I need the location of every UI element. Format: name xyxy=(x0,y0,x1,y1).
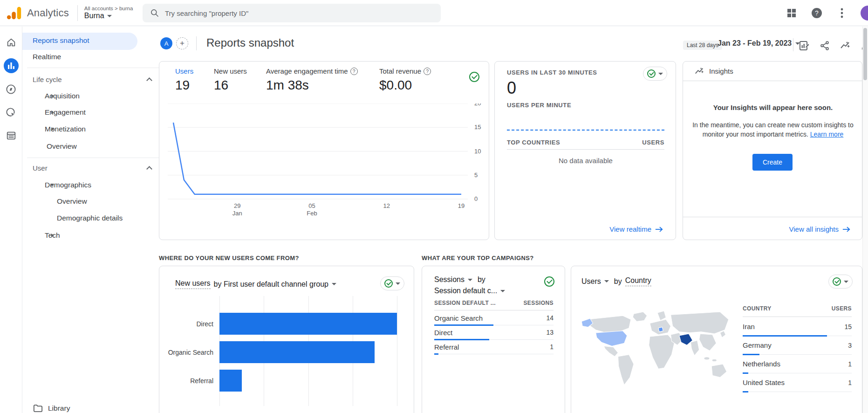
country-card-title[interactable]: Users by Country xyxy=(581,276,651,286)
metric-tab-avg-engagement[interactable]: Average engagement time? 1m 38s xyxy=(266,67,358,93)
view-all-insights-link[interactable]: View all insights xyxy=(789,225,851,233)
empty-minute-bars xyxy=(507,130,664,131)
home-icon[interactable] xyxy=(4,35,19,50)
help-tooltip-icon[interactable]: ? xyxy=(350,68,358,75)
analytics-logo[interactable]: Analytics xyxy=(0,5,69,21)
left-rail xyxy=(0,27,22,413)
chevron-down-icon xyxy=(396,282,400,285)
metric-tab-new-users[interactable]: New users16 xyxy=(214,67,247,93)
check-icon xyxy=(647,69,656,78)
country-quality-badge[interactable] xyxy=(828,275,853,289)
table-row: Referral1 xyxy=(434,340,554,354)
top-countries-label: TOP COUNTRIES xyxy=(507,139,560,146)
folder-icon xyxy=(34,405,42,412)
users-trend-line-chart: 0510152029Jan05Feb1219 xyxy=(164,103,485,220)
help-icon[interactable]: ? xyxy=(810,7,823,20)
insights-sparkle-icon xyxy=(694,66,704,76)
explore-icon[interactable] xyxy=(4,82,19,96)
chevron-down-icon xyxy=(658,73,663,75)
create-insight-button[interactable]: Create xyxy=(752,154,793,171)
user-avatar[interactable] xyxy=(861,6,868,21)
account-switcher[interactable]: All accounts > burna Burna xyxy=(84,6,133,21)
insights-sparkle-icon[interactable] xyxy=(839,39,852,52)
svg-text:19: 19 xyxy=(458,202,465,209)
share-icon[interactable] xyxy=(818,39,831,52)
chevron-down-icon xyxy=(332,283,336,285)
scrollbar-thumb[interactable] xyxy=(863,28,867,80)
product-name: Analytics xyxy=(27,7,69,19)
metric-tab-users[interactable]: Users19 xyxy=(175,67,193,93)
sidebar-item-acquisition[interactable]: Acquisition xyxy=(22,88,157,104)
bar-direct xyxy=(219,313,397,335)
sessions-dimension-selector[interactable]: Session default c... xyxy=(434,287,505,295)
sidebar-item-demographic-details[interactable]: Demographic details xyxy=(22,210,157,227)
sidebar-item-overview[interactable]: Overview xyxy=(22,138,157,155)
row-value: 1 xyxy=(550,343,554,351)
advertising-icon[interactable] xyxy=(4,105,19,120)
admin-icon[interactable] xyxy=(4,128,19,143)
search-input[interactable]: Try searching "property ID" xyxy=(143,4,441,22)
customize-report-icon[interactable] xyxy=(798,39,811,52)
svg-text:05: 05 xyxy=(308,202,315,209)
table-row: Iran15 xyxy=(743,317,852,336)
nav-divider xyxy=(27,158,163,158)
add-report-button[interactable]: + xyxy=(176,37,188,49)
sidebar-item-library[interactable]: Library xyxy=(22,400,157,413)
svg-text:?: ? xyxy=(815,9,819,17)
header-divider xyxy=(196,36,197,50)
collapse-arrow-icon xyxy=(50,184,54,186)
bar-organic-search xyxy=(219,341,375,363)
row-value: 3 xyxy=(848,342,852,349)
channels-card-title[interactable]: New users by First user default channel … xyxy=(175,279,336,289)
vertical-scrollbar[interactable] xyxy=(862,27,868,413)
page-title: Reports snapshot xyxy=(206,36,294,49)
svg-text:0: 0 xyxy=(474,195,478,202)
insights-header: Insights xyxy=(709,67,733,75)
svg-text:Jan: Jan xyxy=(232,210,242,217)
check-icon xyxy=(833,277,841,286)
sidebar-item-tech[interactable]: Tech xyxy=(22,227,157,244)
sidebar-item-engagement[interactable]: Engagement xyxy=(22,104,157,121)
kebab-menu-icon[interactable] xyxy=(835,7,848,20)
no-data-message: No data available xyxy=(507,157,664,165)
chevron-up-icon xyxy=(146,77,152,83)
data-quality-check-icon[interactable] xyxy=(544,276,554,287)
expand-arrow-icon xyxy=(51,94,54,98)
row-value: 14 xyxy=(546,314,554,322)
nav-section-life-cycle[interactable]: Life cycle xyxy=(22,71,157,88)
svg-text:12: 12 xyxy=(383,202,390,209)
reports-icon[interactable] xyxy=(4,58,19,73)
chevron-down-icon xyxy=(844,281,848,283)
learn-more-link[interactable]: Learn more xyxy=(810,131,844,138)
date-range-picker[interactable]: Jan 23 - Feb 19, 2023 xyxy=(718,39,800,48)
help-tooltip-icon[interactable]: ? xyxy=(424,68,431,75)
chevron-up-icon xyxy=(146,166,152,172)
row-value: 1 xyxy=(848,360,852,368)
sessions-metric-selector[interactable]: Sessions by xyxy=(434,275,485,284)
sidebar-item-realtime[interactable]: Realtime xyxy=(22,48,157,65)
section-new-users-question: WHERE DO YOUR NEW USERS COME FROM? xyxy=(159,255,299,262)
realtime-quality-badge[interactable] xyxy=(643,67,667,81)
row-label: United States xyxy=(743,379,785,386)
channels-quality-badge[interactable] xyxy=(380,276,404,290)
section-campaigns-question: WHAT ARE YOUR TOP CAMPAIGNS? xyxy=(422,255,534,262)
svg-text:10: 10 xyxy=(474,148,481,155)
data-quality-check-icon[interactable] xyxy=(469,72,479,82)
expand-arrow-icon xyxy=(51,234,54,237)
nav-section-user[interactable]: User xyxy=(22,159,157,176)
row-label: Germany xyxy=(743,341,772,349)
apps-grid-icon[interactable] xyxy=(785,7,798,20)
table-divider xyxy=(434,310,554,310)
report-avatar[interactable]: A xyxy=(160,37,172,49)
view-realtime-link[interactable]: View realtime xyxy=(609,225,663,233)
sidebar-item-demographics[interactable]: Demographics xyxy=(22,177,157,193)
country-table-header: COUNTRYUSERS xyxy=(743,305,852,312)
expand-arrow-icon xyxy=(51,110,54,114)
sidebar-item-demographics-overview[interactable]: Overview xyxy=(22,193,157,210)
sidebar-item-reports-snapshot[interactable]: Reports snapshot xyxy=(22,32,157,49)
svg-text:20: 20 xyxy=(474,103,481,107)
metric-tab-total-revenue[interactable]: Total revenue? $0.00 xyxy=(379,67,431,93)
sidebar-item-monetization[interactable]: Monetization xyxy=(22,121,157,138)
row-label: Iran xyxy=(743,323,755,330)
new-users-by-channel-card: New users by First user default channel … xyxy=(159,266,414,413)
